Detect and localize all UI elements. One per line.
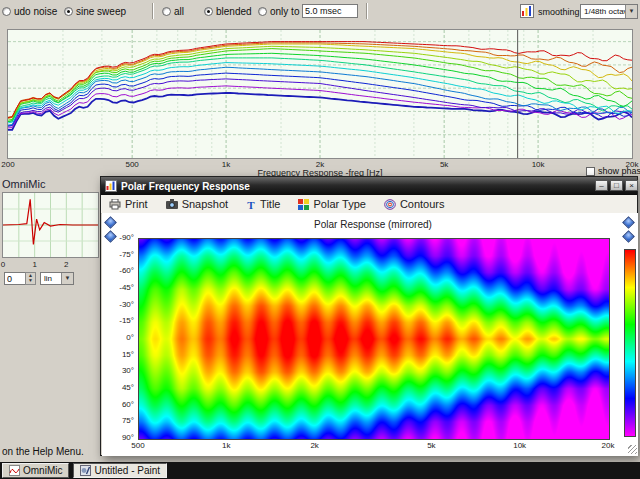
show-phase-label: show phase xyxy=(598,166,640,176)
toolbar-separator xyxy=(366,3,368,19)
pseudo-noise-label: udo noise xyxy=(14,6,57,17)
sine-sweep-radio[interactable] xyxy=(64,7,73,16)
color-scale-frame xyxy=(624,249,636,437)
menu-item-contours[interactable]: Contours xyxy=(384,198,445,210)
axis-tick-label: 0° xyxy=(104,333,134,342)
polar-window-titlebar[interactable]: Polar Frequency Response –□× xyxy=(101,177,637,195)
scale-select[interactable]: lin ▼ xyxy=(40,272,74,285)
scale-value: lin xyxy=(44,274,52,283)
menu-item-snapshot[interactable]: Snapshot xyxy=(166,198,228,210)
axis-tick-label: 500 xyxy=(119,160,145,169)
chevron-down-icon[interactable]: ▼ xyxy=(625,5,637,18)
taskbar-button-omnimic[interactable]: OmniMic xyxy=(2,463,69,478)
printer-icon xyxy=(109,199,121,210)
polar-frequency-axis: 5001k2k5k10k20k xyxy=(102,441,638,451)
page: udo noise sine sweep all blended only to… xyxy=(0,0,640,479)
pseudo-noise-radio[interactable] xyxy=(2,7,11,16)
polar-chart-title: Polar Response (mirrored) xyxy=(138,219,608,230)
polar-plot-frame xyxy=(138,238,610,440)
only-to-label: only to xyxy=(270,6,299,17)
axis-tick-label: -60° xyxy=(104,266,134,275)
frequency-response-plot[interactable] xyxy=(8,30,632,158)
axis-tick-label: -45° xyxy=(104,283,134,292)
axis-tick-label: 200 xyxy=(0,160,21,169)
polar-heatmap-canvas xyxy=(139,239,609,439)
menu-item-label: Contours xyxy=(400,198,445,210)
gate-time-input[interactable] xyxy=(302,4,358,18)
resize-grip[interactable] xyxy=(628,445,637,454)
polar-window-title: Polar Frequency Response xyxy=(121,181,250,192)
axis-tick-label: 45° xyxy=(104,383,134,392)
polar-window: Polar Frequency Response –□× PrintSnapsh… xyxy=(100,176,638,456)
svg-text:T: T xyxy=(247,199,255,210)
axis-tick-label: 10k xyxy=(507,441,533,450)
impulse-panel xyxy=(2,192,99,258)
toolbar-separator xyxy=(152,3,154,19)
menu-item-title[interactable]: TTitle xyxy=(246,198,280,210)
paint-icon xyxy=(80,465,91,476)
polar-angle-axis: -90°-75°-60°-45°-30°-15°0°15°30°45°60°75… xyxy=(102,213,138,456)
axis-tick-label: 30° xyxy=(104,366,134,375)
polar-type-icon xyxy=(298,199,309,210)
polar-window-content: Polar Response (mirrored) -90°-75°-60°-4… xyxy=(102,213,638,456)
axis-tick-label: 1k xyxy=(213,441,239,450)
help-hint-text: on the Help Menu. xyxy=(2,446,84,457)
axis-tick-label: -15° xyxy=(104,316,134,325)
smoothing-label: smoothing xyxy=(538,7,580,17)
menu-item-print[interactable]: Print xyxy=(109,198,148,210)
axis-tick-label: 5k xyxy=(418,441,444,450)
impulse-axis-ticks: 012 xyxy=(0,260,100,269)
axis-tick-label: 60° xyxy=(104,400,134,409)
chevron-down-icon[interactable]: ▼ xyxy=(61,273,73,284)
contours-icon xyxy=(384,199,396,210)
app-icon xyxy=(105,180,117,192)
color-scale xyxy=(625,250,635,436)
taskbar-button-label: Untitled - Paint xyxy=(94,465,160,476)
impulse-plot xyxy=(3,193,98,257)
sine-sweep-label: sine sweep xyxy=(76,6,126,17)
axis-tick-label: 2k xyxy=(302,441,328,450)
axis-tick-label: 500 xyxy=(125,441,151,450)
axis-tick-label: 20k xyxy=(595,441,621,450)
only-to-radio[interactable] xyxy=(258,7,267,16)
axis-tick-label: 2 xyxy=(53,260,79,269)
close-button[interactable]: × xyxy=(625,180,638,191)
axis-tick-label: 10k xyxy=(525,160,551,169)
menu-item-label: Polar Type xyxy=(313,198,365,210)
minimize-button[interactable]: – xyxy=(595,180,608,191)
delay-input[interactable] xyxy=(4,272,26,285)
taskbar-button-untitled-paint[interactable]: Untitled - Paint xyxy=(73,463,167,478)
smoothing-icon xyxy=(520,4,534,18)
omnimic-icon xyxy=(9,465,20,476)
axis-tick-label: 15° xyxy=(104,350,134,359)
title-icon: T xyxy=(246,199,256,210)
camera-icon xyxy=(166,199,178,209)
omnimic-pane-label: OmniMic xyxy=(2,178,45,190)
axis-tick-label: -75° xyxy=(104,250,134,259)
blended-radio[interactable] xyxy=(204,7,213,16)
taskbar: OmniMicUntitled - Paint xyxy=(0,462,640,479)
range-diamond-icon[interactable] xyxy=(622,216,635,229)
taskbar-button-label: OmniMic xyxy=(23,465,62,476)
axis-tick-label: -30° xyxy=(104,300,134,309)
menu-item-polar-type[interactable]: Polar Type xyxy=(298,198,365,210)
axis-tick-label: 1 xyxy=(22,260,48,269)
range-diamond-icon[interactable] xyxy=(622,230,635,243)
maximize-button[interactable]: □ xyxy=(610,180,623,191)
main-toolbar: udo noise sine sweep all blended only to… xyxy=(0,0,640,24)
polar-window-menubar: PrintSnapshotTTitlePolar TypeContours xyxy=(101,195,637,214)
menu-item-label: Print xyxy=(125,198,148,210)
axis-tick-label: 0 xyxy=(0,260,16,269)
menu-item-label: Snapshot xyxy=(182,198,228,210)
delay-spinner[interactable]: ▲▼ xyxy=(25,272,36,285)
axis-tick-label: -90° xyxy=(104,233,134,242)
blended-label: blended xyxy=(216,6,252,17)
smoothing-select[interactable]: 1/48th octave ▼ xyxy=(580,4,638,19)
frequency-response-panel xyxy=(7,29,633,159)
show-phase-checkbox[interactable] xyxy=(586,167,595,176)
axis-tick-label: 75° xyxy=(104,416,134,425)
all-radio[interactable] xyxy=(162,7,171,16)
all-label: all xyxy=(174,6,184,17)
menu-item-label: Title xyxy=(260,198,280,210)
